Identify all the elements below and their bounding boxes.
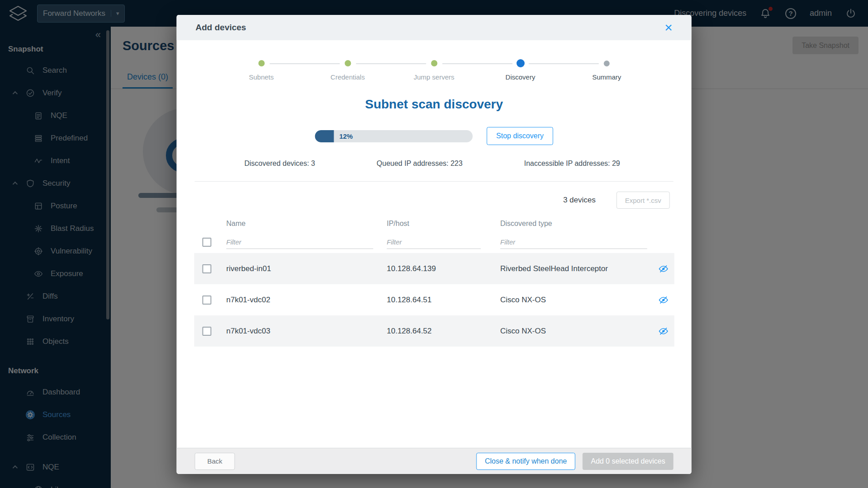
device-name: n7k01-vdc02 (218, 296, 387, 305)
step-done-dot (431, 60, 437, 66)
modal-title: Add devices (196, 23, 246, 33)
hide-device-button[interactable] (653, 295, 675, 305)
step-summary[interactable]: Summary (564, 59, 650, 81)
progress-row: 12% Stop discovery (177, 127, 692, 145)
device-count-label: 3 devices (563, 196, 596, 205)
discovery-stats: Discovered devices: 3 Queued IP addresse… (177, 160, 692, 168)
step-label: Subnets (249, 73, 274, 81)
step-credentials[interactable]: Credentials (305, 59, 391, 81)
step-dot-wrap (516, 59, 524, 67)
section-divider (195, 181, 674, 182)
discovery-progress-bar: 12% (315, 130, 473, 142)
row-checkbox[interactable] (203, 327, 212, 336)
device-count-row: 3 devices Export *.csv (177, 192, 692, 209)
column-header-type: Discovered type (500, 220, 653, 228)
step-label: Credentials (330, 73, 365, 81)
eye-off-icon (659, 295, 669, 305)
table-header-row: Name IP/host Discovered type (194, 216, 675, 231)
step-label: Discovery (505, 73, 535, 81)
step-dot-wrap (604, 59, 610, 67)
add-selected-devices-button[interactable]: Add 0 selected devices (583, 453, 674, 470)
step-upcoming-dot (604, 61, 610, 66)
column-header-name: Name (218, 220, 387, 228)
table-filter-row (194, 231, 675, 253)
progress-fill (315, 130, 334, 142)
step-active-dot (516, 59, 524, 67)
modal-footer: Back Close & notify when done Add 0 sele… (177, 448, 692, 474)
step-jump-servers[interactable]: Jump servers (391, 59, 477, 81)
step-subnets[interactable]: Subnets (218, 59, 305, 81)
stat-inaccessible-ips: Inaccessible IP addresses: 29 (524, 160, 620, 168)
modal-body: Subnets Credentials Jump servers Discove… (177, 40, 692, 448)
column-header-ip: IP/host (387, 220, 500, 228)
table-row[interactable]: n7k01-vdc03 10.128.64.52 Cisco NX-OS (194, 315, 675, 347)
row-checkbox[interactable] (203, 296, 212, 305)
table-row[interactable]: riverbed-in01 10.128.64.139 Riverbed Ste… (194, 253, 675, 284)
eye-off-icon (659, 326, 669, 336)
table-row[interactable]: n7k01-vdc02 10.128.64.51 Cisco NX-OS (194, 284, 675, 315)
scan-discovery-heading: Subnet scan discovery (177, 97, 692, 112)
device-type: Cisco NX-OS (500, 296, 653, 305)
type-filter-input[interactable] (500, 235, 647, 249)
progress-percent-label: 12% (339, 130, 353, 142)
device-type: Riverbed SteelHead Interceptor (500, 264, 653, 273)
name-filter-input[interactable] (226, 235, 373, 249)
discovered-devices-table: Name IP/host Discovered type riverbed-in… (194, 216, 675, 347)
modal-header: Add devices × (177, 15, 692, 40)
device-type: Cisco NX-OS (500, 327, 653, 336)
wizard-stepper: Subnets Credentials Jump servers Discove… (177, 40, 692, 81)
back-button[interactable]: Back (195, 453, 235, 470)
step-discovery[interactable]: Discovery (477, 59, 564, 81)
footer-actions: Close & notify when done Add 0 selected … (476, 453, 674, 470)
step-done-dot (344, 60, 351, 66)
hide-device-button[interactable] (653, 264, 675, 274)
step-dot-wrap (431, 59, 437, 67)
export-csv-button[interactable]: Export *.csv (616, 192, 670, 209)
close-icon[interactable]: × (665, 21, 673, 34)
stop-discovery-button[interactable]: Stop discovery (487, 127, 553, 145)
device-name: n7k01-vdc03 (218, 327, 387, 336)
close-notify-button[interactable]: Close & notify when done (476, 453, 576, 470)
stat-discovered-devices: Discovered devices: 3 (245, 160, 316, 168)
stat-queued-ips: Queued IP addresses: 223 (377, 160, 462, 168)
device-ip: 10.128.64.52 (387, 327, 500, 336)
add-devices-modal: Add devices × Subnets Credentials Jump s… (177, 15, 692, 474)
step-done-dot (258, 60, 264, 66)
select-all-checkbox[interactable] (203, 238, 212, 247)
device-ip: 10.128.64.51 (387, 296, 500, 305)
eye-off-icon (659, 264, 669, 274)
step-dot-wrap (344, 59, 351, 67)
step-label: Summary (592, 73, 621, 81)
step-label: Jump servers (414, 73, 454, 81)
ip-filter-input[interactable] (387, 235, 481, 249)
device-ip: 10.128.64.139 (387, 264, 500, 273)
step-dot-wrap (258, 59, 264, 67)
hide-device-button[interactable] (653, 326, 675, 336)
device-name: riverbed-in01 (218, 264, 387, 273)
row-checkbox[interactable] (203, 264, 212, 273)
